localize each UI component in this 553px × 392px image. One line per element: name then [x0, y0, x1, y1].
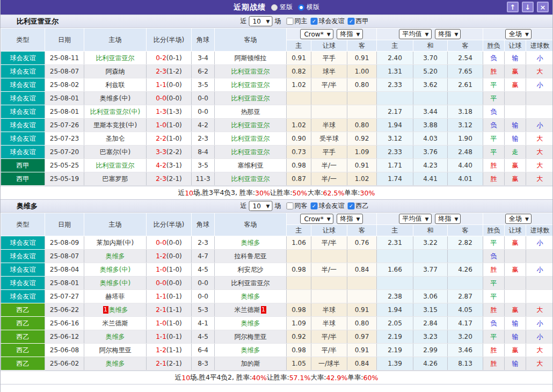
match-date: 25-07-20: [45, 146, 84, 159]
halftime-score: (0-1): [166, 333, 182, 340]
sub-header-avg-draw: 和: [413, 225, 448, 236]
sub-header-handicap-result: 让球: [505, 40, 526, 52]
home-team: 利兹联: [84, 78, 147, 92]
move-up-button[interactable]: ↑: [507, 2, 519, 12]
scope-select[interactable]: 全场▼: [505, 214, 532, 224]
halftime-score: (0-0): [166, 279, 182, 287]
filter-checkbox[interactable]: 同客: [287, 201, 308, 210]
away-team-name: 利安尼沙: [238, 266, 264, 273]
result-handicap: 输: [505, 330, 526, 344]
recent-count-select[interactable]: 10▼: [249, 201, 273, 211]
scope-select[interactable]: 全场▼: [505, 29, 532, 39]
result-goals: 大: [526, 159, 553, 172]
match-type-badge: 球会友谊: [1, 52, 45, 65]
corner-count: 5-3: [192, 303, 215, 317]
layout-radio-vertical[interactable]: 竖版: [271, 3, 293, 12]
filter-checkbox-label: 同客: [295, 201, 308, 210]
team-filter-bar: 比利亚雷亚尔 近 10▼ 场 同主✓球会友谊✓西甲: [1, 14, 552, 28]
match-type-badge: 西乙: [1, 344, 45, 357]
corner-count: 4-1: [192, 317, 215, 330]
result-goals: 小: [526, 330, 553, 344]
chevron-down-icon: ▼: [425, 216, 429, 222]
result-outcome: 平: [483, 290, 505, 303]
sub-header-avg-home: 主: [377, 40, 413, 52]
radio-icon[interactable]: [271, 4, 278, 11]
avg-draw: 3.44: [413, 105, 448, 119]
home-team: 阿尔梅里亚: [84, 344, 147, 357]
summary-text: 50%: [293, 189, 308, 197]
result-handicap: [505, 290, 526, 303]
away-team: 奥维多: [215, 344, 287, 357]
near-label: 近: [241, 201, 247, 210]
result-outcome: 负: [483, 250, 505, 263]
layout-radio-horizontal[interactable]: 横版: [298, 3, 319, 12]
recent-count-select[interactable]: 10▼: [249, 16, 273, 26]
checkbox-unchecked-icon[interactable]: [287, 18, 294, 25]
match-score: 2-3(1-2): [147, 65, 192, 78]
match-row: 球会友谊25-07-20巴塞尔(中)3-3(2-2)8-4比利亚雷亚尔0.73平…: [1, 146, 553, 159]
checkbox-unchecked-icon[interactable]: [287, 202, 294, 209]
team-filter-bar: 奥维多 近 10▼ 场 同客✓球会友谊✓西乙: [1, 199, 552, 213]
avg-stage-select[interactable]: 终指▼: [435, 29, 461, 39]
avg-home: [377, 92, 413, 105]
checkbox-checked-icon[interactable]: ✓: [348, 202, 355, 209]
avg-home: 2.38: [377, 290, 413, 303]
fulltime-score: 1-0: [156, 266, 166, 273]
move-down-button[interactable]: ↓: [522, 2, 534, 12]
fulltime-score: 4-2: [156, 162, 166, 169]
home-team: 奥维多: [84, 250, 147, 263]
checkbox-checked-icon[interactable]: ✓: [348, 18, 355, 25]
filter-checkbox[interactable]: ✓西乙: [348, 201, 369, 210]
filter-checkbox[interactable]: ✓球会友谊: [311, 201, 345, 210]
odds-handicap: [311, 250, 347, 263]
odds-company-select[interactable]: Crow*▼: [300, 29, 333, 39]
corner-count: 6-4: [192, 344, 215, 357]
filter-checkbox[interactable]: ✓西甲: [348, 17, 369, 26]
fulltime-score: 2-3: [156, 175, 166, 183]
home-team: 1奥维多: [84, 303, 147, 317]
odds-company-select[interactable]: Crow*▼: [300, 214, 333, 224]
odds-handicap: [311, 92, 347, 105]
filter-checkbox[interactable]: 同主: [287, 17, 308, 26]
away-team: 热那亚: [215, 105, 287, 119]
away-team: 比利亚雷亚尔: [215, 146, 287, 159]
odds-home: [287, 250, 311, 263]
home-team-name: 奥维多(中): [100, 95, 130, 102]
avg-stage-select[interactable]: 终指▼: [435, 214, 461, 224]
result-goals: 小: [526, 317, 553, 330]
avg-type-select[interactable]: 平均值▼: [399, 214, 432, 224]
sub-header-avg-away: 客: [448, 225, 483, 236]
checkbox-checked-icon[interactable]: ✓: [311, 202, 318, 209]
odds-handicap: 半球: [311, 303, 347, 317]
matches-table-oviedo: 类型 日期 主场 比分(半场) 角球 客场 Crow*▼ 终指▼ 平均值▼ 终指…: [1, 213, 553, 371]
home-team-name: 里斯本竞技(中): [93, 121, 137, 129]
match-score: 1-2(0-0): [147, 250, 192, 263]
away-team-name: 加的斯: [241, 360, 260, 367]
halftime-score: (1-0): [166, 320, 182, 327]
home-team: 赫塔菲: [84, 290, 147, 303]
odds-handicap: 半/一: [311, 172, 347, 186]
match-row: 西乙25-06-221奥维多2-1(1-1)5-3米兰德斯10.98半球0.91…: [1, 303, 553, 317]
avg-home: 1.66: [377, 263, 413, 277]
match-date: 25-06-12: [45, 330, 84, 344]
match-score: 0-0(0-0): [147, 277, 192, 290]
odds-handicap: 半球: [311, 317, 347, 330]
odds-stage-select[interactable]: 终指▼: [337, 29, 363, 39]
avg-away: 3.12: [448, 119, 483, 132]
halftime-score: (1-2): [166, 68, 182, 75]
match-date: 25-06-08: [45, 344, 84, 357]
close-button[interactable]: ×: [537, 2, 549, 12]
avg-draw: 3.06: [413, 290, 448, 303]
chevron-down-icon: ▼: [455, 32, 459, 37]
away-team-name: 奥维多: [241, 239, 260, 246]
avg-type-select[interactable]: 平均值▼: [399, 29, 432, 39]
radio-icon[interactable]: [298, 4, 304, 11]
odds-stage-select[interactable]: 终指▼: [337, 214, 363, 224]
sub-header-outcome: 胜负: [483, 40, 505, 52]
odds-handicap: 半/一: [311, 159, 347, 172]
checkbox-checked-icon[interactable]: ✓: [311, 18, 318, 25]
filter-checkbox[interactable]: ✓球会友谊: [311, 17, 345, 26]
corner-count: 11-3: [192, 172, 215, 186]
title-bar: 近期战绩 竖版 横版 ↑ ↓ ×: [1, 0, 552, 14]
down-arrow-icon: ↓: [525, 4, 531, 11]
